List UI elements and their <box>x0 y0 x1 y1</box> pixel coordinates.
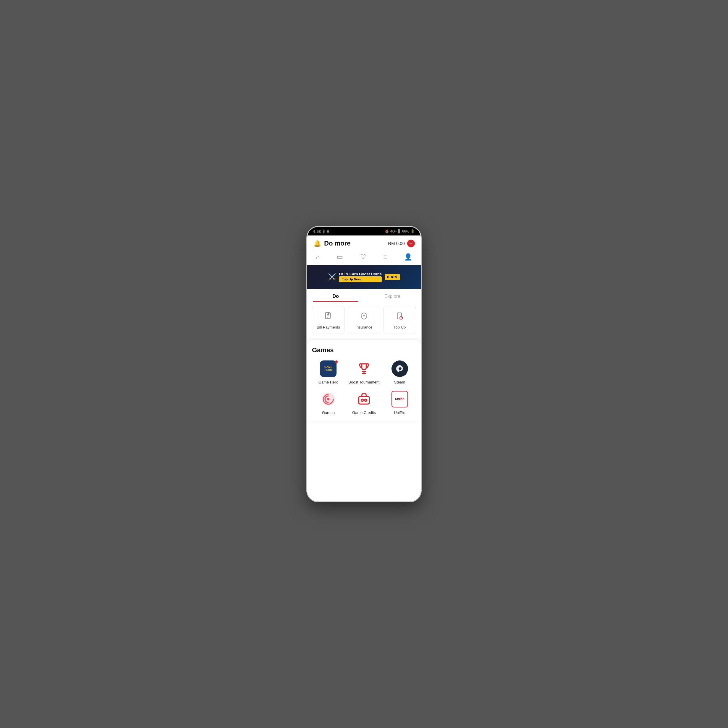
steam-item[interactable]: Steam <box>383 360 416 384</box>
pubg-badge: PUBG <box>385 274 400 280</box>
bell-icon: 🔔 <box>313 240 321 247</box>
nav-card[interactable]: ▭ <box>334 252 346 262</box>
steam-icon <box>392 361 408 377</box>
service-cards: $ Bill Payments Insurance <box>307 302 421 338</box>
svg-point-13 <box>399 368 401 370</box>
games-title: Games <box>312 346 416 354</box>
app-screen: 🔔 Do more RM 0.00 + ⌂ ▭ ♡ ≡ 👤 <box>307 236 421 502</box>
garena-icon-wrap <box>320 390 337 408</box>
home-icon: ⌂ <box>316 253 320 261</box>
game-hero-icon-wrap: GAMEHERO <box>320 360 337 378</box>
boost-tournament-item[interactable]: Boost Tournament <box>348 360 381 384</box>
bill-icon: $ <box>324 312 332 322</box>
garena-item[interactable]: Garena <box>312 390 345 415</box>
topup-label: Top Up <box>393 325 406 329</box>
games-section: Games GAMEHERO Game Hero <box>307 340 421 421</box>
banner-text: UC & Earn Boost Coins <box>339 272 381 276</box>
banner-topup-button[interactable]: Top Up Now <box>339 276 381 282</box>
game-hero-icon: GAMEHERO <box>320 361 336 377</box>
game-credits-label: Game Credits <box>352 410 376 415</box>
card-icon: ▭ <box>337 253 343 261</box>
list-icon: ≡ <box>383 253 387 261</box>
profile-icon: 👤 <box>404 253 412 261</box>
promo-banner[interactable]: ⚔️ UC & Earn Boost Coins Top Up Now PUBG <box>307 265 421 289</box>
boost-tournament-label: Boost Tournament <box>348 380 379 384</box>
header-left: 🔔 Do more <box>313 240 350 247</box>
signal-label: 4G+ <box>390 229 397 233</box>
game-hero-item[interactable]: GAMEHERO Game Hero <box>312 360 345 384</box>
insurance-card[interactable]: Insurance <box>348 306 381 334</box>
svg-rect-0 <box>326 312 330 318</box>
unipin-item[interactable]: UniPin UniPin <box>383 390 416 415</box>
unipin-label: UniPin <box>394 410 405 415</box>
game-credits-icon-wrap <box>355 390 373 408</box>
insurance-label: Insurance <box>355 325 372 329</box>
header: 🔔 Do more RM 0.00 + <box>307 236 421 250</box>
garena-icon <box>320 391 336 407</box>
bill-payments-card[interactable]: $ Bill Payments <box>312 306 345 334</box>
nav-home[interactable]: ⌂ <box>313 252 323 262</box>
page-title: Do more <box>324 240 350 247</box>
tab-do[interactable]: Do <box>307 290 364 302</box>
bitcoin-icon: ₿ <box>323 229 325 234</box>
game-credits-icon <box>356 391 372 407</box>
heart-icon: ♡ <box>360 253 366 261</box>
nav-profile[interactable]: 👤 <box>401 252 415 262</box>
svg-rect-16 <box>359 396 370 404</box>
phone-frame: 4:58 ₿ ⊞ ⏰ 4G+ ▋ 66% 🔋 🔔 Do more RM 0.00… <box>306 226 422 502</box>
game-credits-item[interactable]: Game Credits <box>348 390 381 415</box>
header-right: RM 0.00 + <box>388 240 415 247</box>
tab-explore[interactable]: Explore <box>364 290 421 302</box>
boost-tournament-icon-wrap <box>355 360 373 378</box>
bill-payments-label: Bill Payments <box>317 325 340 329</box>
steam-label: Steam <box>394 380 405 384</box>
boost-tournament-icon <box>356 361 372 377</box>
insurance-icon <box>360 312 368 322</box>
garena-label: Garena <box>322 410 335 415</box>
alarm-icon: ⏰ <box>385 229 389 233</box>
signal-bars-icon: ▋ <box>398 229 401 233</box>
svg-point-15 <box>327 398 329 400</box>
svg-text:$: $ <box>328 313 329 314</box>
nav-favorites[interactable]: ♡ <box>357 252 369 262</box>
battery-label: 66% <box>402 229 409 233</box>
battery-icon: 🔋 <box>410 229 415 233</box>
game-hero-label: Game Hero <box>318 380 338 384</box>
status-bar: 4:58 ₿ ⊞ ⏰ 4G+ ▋ 66% 🔋 <box>307 227 421 236</box>
unipin-icon: UniPin <box>392 391 408 407</box>
topup-card[interactable]: Top Up <box>383 306 416 334</box>
bottom-nav: ⌂ ▭ ♡ ≡ 👤 <box>307 250 421 265</box>
banner-content: ⚔️ UC & Earn Boost Coins Top Up Now PUBG <box>328 272 400 282</box>
nav-list[interactable]: ≡ <box>380 252 390 262</box>
balance-display: RM 0.00 <box>388 241 405 246</box>
steam-icon-wrap <box>391 360 408 378</box>
topup-icon <box>396 312 404 322</box>
notification-dot <box>335 361 338 363</box>
content-tabs: Do Explore <box>307 289 421 302</box>
teams-icon: ⊞ <box>326 229 329 233</box>
time-display: 4:58 <box>313 229 321 234</box>
unipin-icon-wrap: UniPin <box>391 390 408 408</box>
games-grid: GAMEHERO Game Hero <box>312 360 416 415</box>
add-balance-button[interactable]: + <box>407 240 415 247</box>
